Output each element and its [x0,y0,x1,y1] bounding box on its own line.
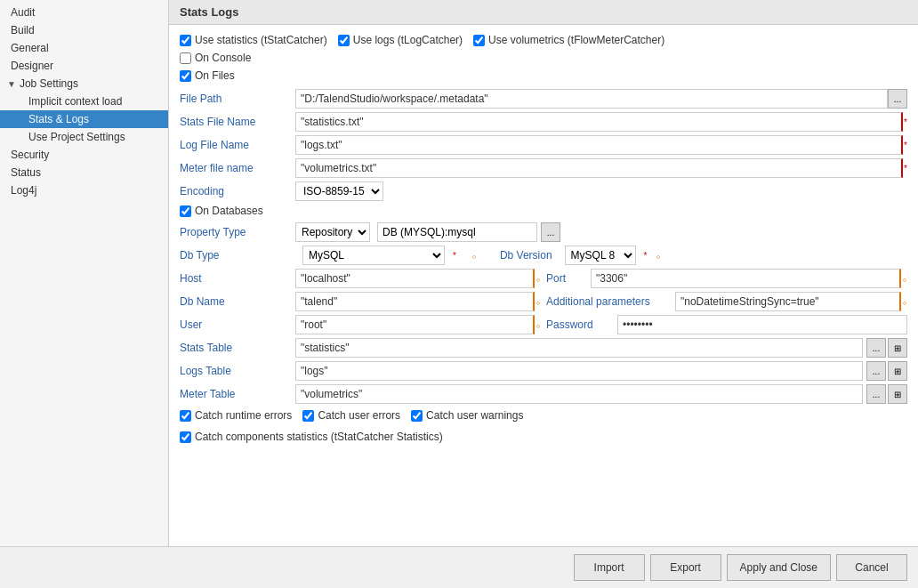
dbname-params-row: Db Name ⬦ Additional parameters ⬦ [180,292,907,311]
host-port-row: Host ⬦ Port ⬦ [180,269,907,288]
on-databases-row: On Databases [180,205,907,217]
file-path-browse-button[interactable]: ... [888,89,907,109]
sidebar-item-job-settings[interactable]: ▼ Job Settings [0,75,168,93]
use-volumetrics-checkbox[interactable]: Use volumetrics (tFlowMeterCatcher) [473,34,664,46]
password-label: Password [546,318,617,331]
on-databases-checkbox[interactable]: On Databases [180,205,263,217]
meter-required-indicator: * [904,164,907,173]
db-name-input[interactable] [295,292,535,311]
stats-file-name-label: Stats File Name [180,116,295,128]
meter-table-row: Meter Table ... ⊞ [180,384,907,404]
bottom-checkboxes: Catch runtime errors Catch user errors C… [180,409,907,447]
meter-table-label: Meter Table [180,388,295,400]
meter-table-grid-button[interactable]: ⊞ [888,384,907,404]
sidebar-item-security[interactable]: Security [0,146,168,164]
catch-user-warnings-checkbox[interactable]: Catch user warnings [411,409,523,422]
host-col: Host ⬦ [180,269,541,288]
bottom-checkboxes-row1: Catch runtime errors Catch user errors C… [180,409,907,425]
additional-params-label: Additional parameters [546,295,675,308]
stats-table-actions: ... ⊞ [866,338,907,358]
logs-table-input[interactable] [295,361,863,381]
password-input[interactable] [617,315,907,334]
top-checkboxes-row1: Use statistics (tStatCatcher) Use logs (… [180,34,907,46]
stats-table-label: Stats Table [180,342,295,354]
db-connection-input[interactable] [377,222,537,242]
catch-user-errors-checkbox[interactable]: Catch user errors [302,409,400,422]
export-button[interactable]: Export [650,554,721,581]
sidebar: Audit Build General Designer ▼ Job Setti… [0,0,169,546]
on-files-row: On Files [180,69,907,82]
apply-close-button[interactable]: Apply and Close [727,554,831,581]
host-input[interactable] [295,269,535,288]
property-type-row: Property Type Repository Built-In ... [180,222,907,242]
on-console-checkbox[interactable]: On Console [180,52,251,64]
db-version-label: Db Version [500,249,558,262]
meter-file-name-input[interactable] [295,158,903,178]
content-area: Stats Logs Use statistics (tStatCatcher)… [169,0,918,546]
user-label: User [180,318,295,331]
catch-components-checkbox[interactable]: Catch components statistics (tStatCatche… [180,431,443,443]
host-orange: ⬦ [536,274,541,284]
bottom-checkboxes-row2: Catch components statistics (tStatCatche… [180,431,907,447]
port-orange: ⬦ [902,274,907,284]
chevron-down-icon: ▼ [7,79,16,89]
additional-params-input[interactable] [675,292,901,311]
sidebar-item-log4j[interactable]: Log4j [0,181,168,199]
log-file-name-row: Log File Name * [180,135,907,155]
stats-table-grid-button[interactable]: ⊞ [888,338,907,358]
logs-table-label: Logs Table [180,365,295,377]
meter-table-actions: ... ⊞ [866,384,907,404]
sidebar-item-use-project-settings[interactable]: Use Project Settings [0,128,168,146]
stats-file-name-row: Stats File Name * [180,112,907,132]
port-label: Port [546,272,591,285]
encoding-select[interactable]: ISO-8859-15 UTF-8 UTF-16 ASCII [295,181,383,201]
use-statistics-checkbox[interactable]: Use statistics (tStatCatcher) [180,34,327,46]
sidebar-item-build[interactable]: Build [0,21,168,39]
stats-table-dots-button[interactable]: ... [866,338,886,358]
encoding-row: Encoding ISO-8859-15 UTF-8 UTF-16 ASCII [180,181,907,201]
db-type-req: * [453,251,456,261]
additional-params-col: Additional parameters ⬦ [546,292,907,311]
db-type-label: Db Type [180,249,295,262]
db-type-select[interactable]: MySQL Oracle PostgreSQL [302,246,445,265]
property-type-browse-button[interactable]: ... [541,222,560,242]
logs-table-grid-button[interactable]: ⊞ [888,361,907,381]
meter-file-name-label: Meter file name [180,162,295,174]
import-button[interactable]: Import [574,554,645,581]
sidebar-item-audit[interactable]: Audit [0,4,168,21]
logs-table-dots-button[interactable]: ... [866,361,886,381]
user-col: User ⬦ [180,315,541,334]
user-input[interactable] [295,315,535,334]
file-path-label: File Path [180,93,295,105]
password-col: Password [546,315,907,334]
sidebar-item-general[interactable]: General [0,39,168,57]
sidebar-item-implicit-context[interactable]: Implicit context load [0,93,168,110]
on-files-checkbox[interactable]: On Files [180,69,235,82]
meter-table-dots-button[interactable]: ... [866,384,886,404]
port-col: Port ⬦ [546,269,907,288]
property-type-select[interactable]: Repository Built-In [295,222,370,242]
cancel-button[interactable]: Cancel [836,554,907,581]
sidebar-item-designer[interactable]: Designer [0,57,168,75]
sidebar-item-stats-logs[interactable]: Stats & Logs [0,110,168,128]
db-name-label: Db Name [180,295,295,308]
db-version-select[interactable]: MySQL 8 MySQL 5.7 [565,246,636,265]
file-path-row: File Path ... [180,89,907,109]
stats-required-indicator: * [904,117,907,127]
port-input[interactable] [591,269,901,288]
property-type-label: Property Type [180,226,295,238]
use-logs-checkbox[interactable]: Use logs (tLogCatcher) [338,34,463,46]
file-path-input[interactable] [295,89,888,109]
sidebar-item-status[interactable]: Status [0,164,168,181]
db-version-req: * [644,251,648,261]
meter-file-name-row: Meter file name * [180,158,907,178]
encoding-label: Encoding [180,185,295,197]
stats-table-input[interactable] [295,338,863,358]
meter-table-input[interactable] [295,384,863,404]
file-path-input-group: ... [295,89,907,109]
log-file-name-input[interactable] [295,135,903,155]
stats-table-row: Stats Table ... ⊞ [180,338,907,358]
db-type-row: Db Type MySQL Oracle PostgreSQL * ⬦ Db V… [180,246,907,265]
catch-runtime-checkbox[interactable]: Catch runtime errors [180,409,292,422]
stats-file-name-input[interactable] [295,112,903,132]
